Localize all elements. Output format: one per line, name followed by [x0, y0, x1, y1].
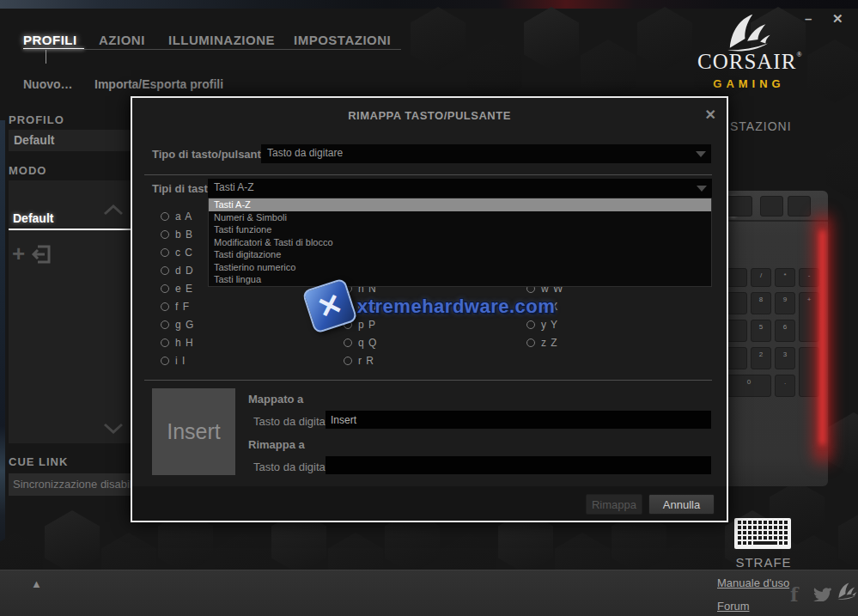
hexagon	[826, 137, 858, 201]
radio-circle-icon	[344, 338, 352, 347]
remap-button[interactable]: Rimappa	[586, 494, 642, 515]
minimize-button[interactable]: –	[805, 11, 812, 26]
dropdown-option[interactable]: Modificatori & Tasti di blocco	[209, 236, 711, 249]
dropdown-option[interactable]: Tasti funzione	[209, 223, 711, 236]
keyboard-key	[727, 196, 752, 217]
keytype-dropdown-list: Tasti A-ZNumeri & SimboliTasti funzioneM…	[208, 198, 712, 287]
twitter-icon[interactable]	[812, 586, 831, 601]
desktop-background-sliver	[0, 120, 5, 570]
import-mode-icon[interactable]	[31, 244, 52, 265]
close-button[interactable]: ✕	[832, 11, 843, 27]
tab-illuminazione[interactable]: ILLUMINAZIONE	[168, 33, 275, 47]
keyboard-key-/: /	[751, 268, 771, 287]
remap-field-label: Tasto da digitare	[253, 460, 335, 473]
hexagon	[838, 510, 858, 574]
tab-azioni[interactable]: AZIONI	[99, 33, 145, 47]
cue-link-header: CUE LINK	[9, 455, 68, 468]
tab-impostazioni[interactable]: IMPOSTAZIONI	[294, 33, 391, 47]
key-radio-cC[interactable]: c C	[161, 247, 193, 259]
new-profile-button[interactable]: Nuovo…	[23, 77, 73, 91]
radio-circle-icon	[161, 212, 169, 221]
radio-circle-icon	[161, 284, 169, 293]
radio-circle-icon	[161, 266, 169, 275]
keyboard-key	[788, 196, 811, 217]
red-backlight-core	[819, 230, 825, 445]
key-radio-eE[interactable]: e E	[161, 283, 193, 295]
dialog-close-icon[interactable]: ✕	[705, 107, 716, 123]
dropdown-option[interactable]: Numeri & Simboli	[209, 211, 711, 224]
mode-active-underline	[9, 229, 131, 230]
hexagon	[524, 7, 579, 70]
keyboard-key-.: .	[775, 375, 795, 397]
key-radio-bB[interactable]: b B	[161, 229, 193, 241]
key-radio-rR[interactable]: r R	[344, 355, 374, 367]
radio-label: b B	[175, 229, 193, 241]
strafe-keyboard-icon[interactable]	[734, 518, 791, 549]
manual-link[interactable]: Manuale d'uso	[717, 576, 789, 589]
keyboard-key-6: 6	[775, 320, 795, 342]
mapped-key-input[interactable]	[326, 411, 711, 429]
key-radio-iI[interactable]: i I	[161, 355, 186, 367]
cue-link-status[interactable]: Sincronizzazione disabil	[9, 473, 133, 496]
key-type-select[interactable]: Tasto da digitare	[261, 144, 711, 163]
hexagon	[467, 40, 522, 103]
device-name-label: STRAFE	[733, 555, 794, 570]
chevron-up-icon[interactable]	[103, 204, 124, 216]
tab-profili[interactable]: PROFILI	[23, 33, 77, 47]
dropdown-option[interactable]: Tasti digitazione	[209, 248, 711, 261]
key-radio-aA[interactable]: a A	[161, 210, 192, 223]
key-type-value: Tasto da digitare	[267, 147, 343, 159]
dialog-title: RIMAPPA TASTO/PULSANTE	[132, 109, 727, 122]
key-radio-fF[interactable]: f F	[161, 301, 190, 313]
brand-name: CORSAIR®	[697, 50, 800, 74]
footer-bar: ▲ Manuale d'uso Forum f	[0, 570, 858, 616]
mode-panel: Default +	[9, 180, 131, 443]
radio-circle-icon	[344, 357, 352, 365]
brand-name-text: CORSAIR	[697, 50, 796, 73]
mode-item-default[interactable]: Default	[13, 211, 53, 225]
nav-underline	[23, 49, 401, 50]
cancel-button[interactable]: Annulla	[648, 494, 715, 515]
keyboard-key	[727, 268, 747, 287]
remap-key-input[interactable]	[326, 456, 711, 474]
key-radio-yY[interactable]: y Y	[526, 319, 558, 331]
radio-circle-icon	[161, 302, 169, 311]
keyboard-key	[727, 292, 747, 314]
key-group-select[interactable]: Tasti A-Z	[208, 179, 712, 198]
divider	[144, 174, 712, 175]
profile-item-default[interactable]: Default	[9, 130, 136, 151]
add-mode-button[interactable]: +	[12, 241, 25, 267]
key-radio-qQ[interactable]: q Q	[344, 337, 377, 349]
key-radio-gG[interactable]: g G	[161, 319, 194, 331]
mapped-to-label: Mappato a	[248, 393, 303, 406]
remap-to-label: Rimappa a	[248, 438, 305, 451]
forum-link[interactable]: Forum	[717, 600, 750, 613]
key-radio-zZ[interactable]: z Z	[526, 337, 558, 349]
radio-circle-icon	[161, 248, 169, 257]
scroll-up-icon[interactable]: ▲	[31, 577, 42, 590]
keyboard-key-2: 2	[751, 347, 771, 369]
facebook-icon[interactable]: f	[790, 583, 798, 606]
radio-circle-icon	[161, 357, 169, 365]
corsair-community-icon[interactable]	[837, 582, 857, 601]
divider	[144, 380, 712, 381]
key-group-label: Tipi di tasti	[152, 182, 210, 195]
hexagon	[411, 7, 466, 70]
radio-label: q Q	[358, 337, 377, 349]
dropdown-option[interactable]: Tasti A-Z	[209, 198, 711, 211]
chevron-down-icon[interactable]	[103, 423, 124, 434]
radio-circle-icon	[161, 338, 169, 347]
desktop-background-strip	[0, 0, 858, 9]
hexagon	[807, 40, 858, 103]
dropdown-option[interactable]: Tastierino numerico	[209, 261, 711, 274]
keyboard-icon-row	[738, 536, 788, 540]
watermark-x-icon: ✕	[301, 278, 358, 334]
import-export-button[interactable]: Importa/Esporta profili	[94, 77, 223, 91]
key-radio-dD[interactable]: d D	[161, 265, 194, 277]
brand-gaming-label: GAMING	[697, 77, 800, 90]
key-radio-hH[interactable]: h H	[161, 337, 194, 349]
dropdown-arrow-icon	[697, 186, 707, 192]
dropdown-arrow-icon	[696, 151, 706, 157]
keyboard-key	[727, 320, 747, 342]
keyboard-key	[760, 196, 783, 217]
